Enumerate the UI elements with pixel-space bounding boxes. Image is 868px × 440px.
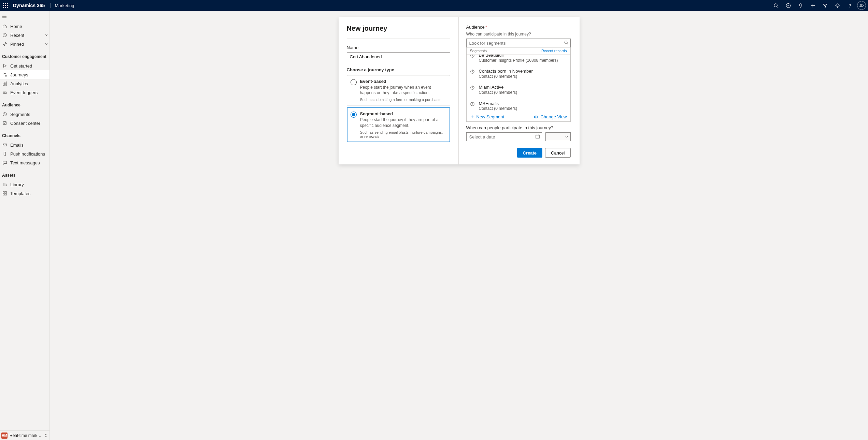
- create-button[interactable]: Create: [517, 148, 542, 158]
- segment-option[interactable]: Miami ActiveContact (0 members): [467, 82, 570, 98]
- sidebar-item-label: Consent center: [10, 121, 49, 126]
- app-launcher-icon[interactable]: [0, 0, 11, 11]
- template-icon: [2, 191, 8, 196]
- option-example: Such as submitting a form or making a pu…: [360, 98, 446, 102]
- dialog-left-column: New journey Name Choose a journey type E…: [339, 17, 459, 164]
- journey-name-input[interactable]: [347, 52, 450, 61]
- trigger-icon: [2, 90, 8, 95]
- dialog-separator: [347, 39, 450, 39]
- settings-icon[interactable]: [831, 0, 843, 11]
- chevron-down-icon: [43, 33, 49, 37]
- new-segment-link[interactable]: New Segment: [470, 114, 504, 119]
- consent-icon: [2, 121, 8, 126]
- option-segment-based[interactable]: Segment-based People start the journey i…: [347, 107, 450, 142]
- sidebar-item-home[interactable]: Home: [0, 22, 49, 31]
- svg-rect-1: [5, 3, 6, 4]
- segment-list[interactable]: Be BeautifullCustomer Insights Profile (…: [467, 55, 570, 112]
- segment-name: Miami Active: [479, 85, 517, 90]
- segment-dropdown: Segments Recent records Be BeautifullCus…: [466, 47, 571, 122]
- chevron-down-icon: [565, 135, 568, 138]
- area-switcher[interactable]: RM Real-time marketi...: [0, 430, 49, 440]
- svg-rect-25: [6, 82, 7, 86]
- segment-lookup[interactable]: [466, 39, 571, 47]
- svg-rect-3: [3, 5, 4, 6]
- task-icon[interactable]: [782, 0, 794, 11]
- sidebar-item-emails[interactable]: Emails: [0, 141, 49, 149]
- svg-rect-23: [3, 84, 4, 85]
- filter-icon[interactable]: [819, 0, 831, 11]
- change-view-link[interactable]: Change View: [533, 114, 567, 119]
- segment-option[interactable]: Contacts born in NovemberContact (0 memb…: [467, 66, 570, 82]
- option-example: Such as sending email blasts, nurture ca…: [360, 130, 446, 138]
- app-area-label[interactable]: Marketing: [52, 3, 77, 8]
- area-badge: RM: [1, 432, 8, 439]
- clock-icon: [2, 33, 8, 38]
- lightbulb-icon[interactable]: [794, 0, 807, 11]
- svg-rect-38: [5, 194, 6, 195]
- date-input-wrapper[interactable]: [466, 132, 542, 141]
- svg-rect-27: [3, 122, 6, 125]
- segment-option[interactable]: MSEmailsContact (0 members): [467, 98, 570, 112]
- sidebar-section-assets: Assets: [0, 171, 49, 180]
- user-avatar[interactable]: JD: [857, 1, 866, 10]
- library-icon: [2, 182, 8, 187]
- sidebar-item-label: Journeys: [10, 72, 49, 77]
- sidebar-toggle-icon[interactable]: [0, 11, 49, 22]
- time-select[interactable]: [545, 132, 571, 141]
- main-area: New journey Name Choose a journey type E…: [50, 11, 868, 440]
- home-icon: [2, 24, 8, 29]
- sidebar-item-text-messages[interactable]: Text messages: [0, 158, 49, 167]
- search-icon[interactable]: [770, 0, 782, 11]
- recent-records-link[interactable]: Recent records: [541, 49, 567, 53]
- segment-search-input[interactable]: [466, 39, 571, 47]
- sidebar-item-templates[interactable]: Templates: [0, 189, 49, 198]
- updown-icon: [44, 434, 49, 438]
- sidebar-item-library[interactable]: Library: [0, 180, 49, 189]
- segment-option[interactable]: Be BeautifullCustomer Insights Profile (…: [467, 55, 570, 66]
- brand-label: Dynamics 365: [11, 3, 47, 8]
- when-label: When can people participate in this jour…: [466, 125, 571, 130]
- play-icon: [2, 63, 8, 68]
- svg-rect-24: [4, 83, 5, 85]
- cancel-button[interactable]: Cancel: [545, 148, 570, 158]
- dialog-title: New journey: [347, 25, 450, 32]
- help-icon[interactable]: [843, 0, 856, 11]
- sidebar-item-label: Library: [10, 182, 49, 187]
- chevron-down-icon: [43, 42, 49, 46]
- sidebar-item-segments[interactable]: Segments: [0, 110, 49, 119]
- sidebar-item-analytics[interactable]: Analytics: [0, 79, 49, 88]
- sidebar-item-label: Text messages: [10, 160, 49, 165]
- sidebar-item-label: Pinned: [10, 42, 41, 47]
- sidebar-item-pinned[interactable]: Pinned: [0, 40, 49, 48]
- sidebar-item-label: Get started: [10, 63, 49, 69]
- svg-point-15: [837, 5, 838, 6]
- sidebar-item-event-triggers[interactable]: Event triggers: [0, 88, 49, 97]
- add-icon[interactable]: [807, 0, 819, 11]
- svg-rect-37: [3, 194, 4, 195]
- chat-icon: [2, 160, 8, 165]
- option-event-based[interactable]: Event-based People start the journey whe…: [347, 75, 450, 105]
- svg-rect-48: [536, 135, 539, 138]
- sidebar-item-consent-center[interactable]: Consent center: [0, 119, 49, 128]
- option-title: Segment-based: [360, 111, 446, 116]
- new-segment-label: New Segment: [476, 114, 504, 119]
- calendar-icon[interactable]: [535, 134, 540, 139]
- segment-icon: [470, 102, 475, 106]
- sidebar-item-journeys[interactable]: Journeys: [0, 70, 49, 79]
- radio-event-based[interactable]: [351, 79, 357, 85]
- radio-segment-based[interactable]: [351, 112, 357, 118]
- sidebar-item-get-started[interactable]: Get started: [0, 61, 49, 70]
- search-icon[interactable]: [564, 40, 569, 45]
- svg-rect-7: [5, 7, 6, 8]
- start-date-input[interactable]: [466, 132, 542, 141]
- dropdown-footer: New Segment Change View: [467, 112, 570, 121]
- sidebar-section-audience: Audience: [0, 100, 49, 110]
- email-icon: [2, 143, 8, 147]
- journey-icon: [2, 72, 8, 77]
- sidebar-item-label: Home: [10, 24, 49, 29]
- segment-icon: [470, 69, 475, 74]
- audience-hint: Who can participate in this journey?: [466, 32, 571, 36]
- sidebar-item-recent[interactable]: Recent: [0, 31, 49, 40]
- svg-rect-35: [3, 192, 4, 193]
- sidebar-item-push[interactable]: Push notifications: [0, 149, 49, 158]
